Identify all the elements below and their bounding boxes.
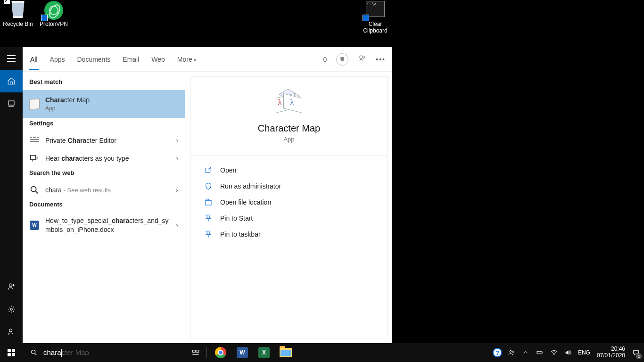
shortcut-icon	[41, 15, 48, 21]
result-preview: λ λ Character Map App Open Run as admini…	[190, 72, 392, 343]
svg-point-13	[512, 351, 514, 352]
explorer-icon	[280, 348, 292, 357]
windows-icon	[8, 349, 15, 356]
desktop-icon-label: Recycle Bin	[0, 21, 36, 27]
desktop-icon-label: Clear Clipboard	[357, 21, 393, 34]
charmap-icon: λ λ	[276, 93, 302, 115]
tab-web[interactable]: Web	[150, 49, 166, 70]
tab-more[interactable]: More▾	[176, 49, 197, 70]
rail-home-button[interactable]	[0, 70, 23, 92]
svg-rect-8	[206, 200, 211, 205]
taskbar-app-chrome[interactable]	[210, 343, 231, 362]
rail-expand-button[interactable]	[0, 47, 23, 70]
rail-settings-button[interactable]	[0, 298, 23, 321]
desktop-icon-label: ProtonVPN	[36, 21, 72, 27]
svg-point-1	[9, 284, 12, 287]
tray-volume[interactable]	[561, 343, 575, 362]
desktop-icon-clear-clipboard[interactable]: Clear Clipboard	[357, 1, 393, 34]
tab-all[interactable]: All	[29, 49, 39, 70]
svg-rect-14	[537, 351, 542, 354]
action-open-location[interactable]: Open file location	[193, 194, 385, 210]
start-button[interactable]	[0, 343, 23, 362]
tray-language[interactable]: ENG	[575, 349, 593, 356]
svg-rect-10	[192, 350, 195, 353]
svg-rect-11	[196, 350, 199, 353]
search-box[interactable]: character Map	[23, 343, 188, 362]
feedback-icon[interactable]	[358, 54, 366, 64]
narrator-icon	[29, 153, 40, 164]
shortcut-icon	[363, 15, 369, 21]
charmap-icon	[29, 99, 40, 109]
search-icon	[29, 185, 40, 195]
word-icon: W	[30, 221, 39, 230]
results-list: Best match Character Map App Settings Pr…	[23, 72, 185, 343]
search-input-text: chara	[43, 348, 61, 356]
rail-account-button[interactable]	[0, 275, 23, 298]
search-icon	[30, 349, 38, 356]
word-icon: W	[237, 347, 248, 358]
start-search-flyout: All Apps Documents Email Web More▾ 0 •••…	[0, 47, 392, 343]
section-best-match: Best match	[23, 76, 185, 90]
svg-rect-5	[31, 156, 36, 160]
system-tray: ? ENG 20:46 07/01/2020 3	[490, 343, 644, 362]
taskbar-app-word[interactable]: W	[231, 343, 253, 362]
search-panel: All Apps Documents Email Web More▾ 0 •••…	[23, 47, 392, 343]
chevron-right-icon: ›	[176, 137, 178, 144]
tray-notifications[interactable]: 3	[629, 343, 643, 362]
tray-battery[interactable]	[533, 343, 547, 362]
action-run-admin[interactable]: Run as administrator	[193, 178, 385, 194]
section-search-web: Search the web	[23, 167, 185, 181]
chevron-down-icon: ▾	[194, 58, 196, 63]
result-hear-characters[interactable]: Hear characters as you type ›	[23, 149, 185, 167]
result-document[interactable]: W How_to_type_special_characters_and_sym…	[23, 213, 185, 238]
section-documents: Documents	[23, 199, 185, 213]
svg-point-3	[9, 329, 12, 332]
rewards-icon[interactable]	[336, 53, 348, 66]
options-icon[interactable]: •••	[376, 56, 386, 63]
task-view-button[interactable]	[188, 343, 204, 362]
taskbar: character Map W X ? ENG 20:46 07/01/2020…	[0, 343, 644, 362]
start-rail	[0, 47, 23, 343]
tray-help[interactable]: ?	[490, 343, 504, 362]
chevron-right-icon: ›	[176, 186, 178, 194]
preview-title: Character Map	[196, 123, 382, 134]
taskbar-app-excel[interactable]: X	[253, 343, 275, 362]
section-settings: Settings	[23, 118, 185, 132]
preview-subtitle: App	[196, 136, 382, 143]
rewards-count: 0	[323, 56, 327, 63]
tab-apps[interactable]: Apps	[49, 49, 66, 70]
pce-icon	[30, 137, 39, 144]
search-input-ghost: cter Map	[62, 348, 89, 356]
result-character-map[interactable]: Character Map App	[23, 90, 185, 118]
svg-point-6	[31, 187, 36, 192]
svg-point-2	[10, 308, 13, 311]
svg-point-4	[360, 56, 363, 58]
svg-point-9	[32, 350, 35, 354]
help-icon: ?	[493, 348, 502, 357]
tray-overflow[interactable]	[519, 343, 533, 362]
taskbar-divider	[206, 347, 207, 358]
desktop-icon-recycle-bin[interactable]: Recycle Bin	[0, 1, 36, 27]
desktop-icon-protonvpn[interactable]: ProtonVPN	[36, 1, 72, 27]
tray-people[interactable]	[504, 343, 519, 362]
notification-badge: 3	[636, 354, 642, 359]
action-pin-start[interactable]: Pin to Start	[193, 210, 385, 226]
chrome-icon	[215, 347, 226, 358]
svg-rect-0	[8, 101, 14, 105]
result-private-character-editor[interactable]: Private Character Editor ›	[23, 132, 185, 149]
taskbar-app-explorer[interactable]	[275, 343, 297, 362]
result-web-search[interactable]: chara - See web results ›	[23, 181, 185, 199]
action-pin-taskbar[interactable]: Pin to taskbar	[193, 226, 385, 242]
excel-icon: X	[258, 347, 270, 358]
tray-wifi[interactable]	[547, 343, 561, 362]
chevron-right-icon: ›	[176, 155, 178, 162]
action-open[interactable]: Open	[193, 162, 385, 178]
rail-timeline-button[interactable]	[0, 92, 23, 115]
checkmark-icon	[4, 0, 10, 5]
search-tabs: All Apps Documents Email Web More▾ 0 •••	[23, 47, 392, 72]
tab-email[interactable]: Email	[122, 49, 140, 70]
rail-power-button[interactable]	[0, 321, 23, 343]
svg-point-12	[510, 350, 512, 352]
tab-documents[interactable]: Documents	[76, 49, 111, 70]
tray-clock[interactable]: 20:46 07/01/2020	[593, 346, 629, 359]
